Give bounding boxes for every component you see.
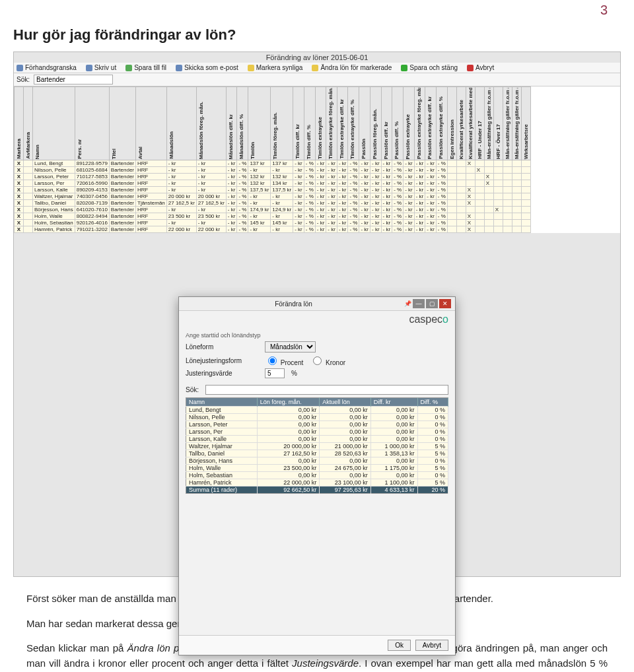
column-header[interactable]: Kvalificerat yrkesarbete	[458, 100, 464, 159]
column-header[interactable]: HRF - Under 17	[477, 121, 483, 159]
column-header[interactable]: Kvalificerat yrkesarbete med minst 6 års…	[468, 88, 474, 159]
column-header[interactable]: Mån-ersättning gäller fr.o.m anstallning…	[505, 88, 511, 159]
dialog-column-header[interactable]: Diff. %	[417, 398, 448, 407]
column-header[interactable]: Månadslön	[168, 131, 174, 159]
minimize-button[interactable]: —	[413, 299, 425, 308]
table-row[interactable]: XHamrén, Patrick791021-3202BartenderHRF2…	[15, 226, 531, 233]
dialog-row[interactable]: Larsson, Peter0,00 kr0,00 kr0,00 kr0 %	[186, 421, 448, 428]
dialog-search-label: Sök:	[186, 386, 199, 393]
column-header[interactable]: HRF - Över 17	[495, 124, 501, 159]
column-header[interactable]: Månadslön föreg. mån.	[198, 102, 204, 159]
close-button[interactable]: ✕	[439, 299, 451, 308]
jval-unit: %	[291, 370, 297, 377]
page-heading: Hur gör jag förändringar av lön?	[13, 26, 621, 44]
column-header[interactable]: Markera	[16, 139, 22, 159]
dialog-column-header[interactable]: Namn	[186, 398, 258, 407]
jval-label: Justeringsvärde	[186, 370, 258, 377]
column-header[interactable]: Titel	[111, 149, 117, 159]
column-header[interactable]: Namn	[34, 145, 40, 159]
column-header[interactable]: Passlön extrayrke diff. kr	[427, 96, 433, 159]
column-header[interactable]: Avtal	[137, 147, 143, 159]
dialog-row[interactable]: Lund, Bengt0,00 kr0,00 kr0,00 kr0 %	[186, 407, 448, 414]
column-header[interactable]: AvMarkera	[25, 132, 31, 159]
page-number: 3	[600, 3, 608, 18]
table-row[interactable]: XNilsson, Pelle681025-6884BartenderHRF- …	[15, 167, 531, 174]
column-header[interactable]: Passlön extrayrke föreg. mån.	[416, 88, 422, 159]
column-header[interactable]: Timlön extrayrke föreg. mån.	[328, 88, 334, 159]
table-row[interactable]: XLund, Bengt891228-9579BartenderHRF- kr-…	[15, 160, 531, 167]
dialog-row[interactable]: Holm, Walle23 500,00 kr24 675,00 kr1 175…	[186, 465, 448, 472]
toolbar-f-rhandsgranska[interactable]: Förhandsgranska	[17, 64, 77, 71]
dialog-row[interactable]: Waltzer, Hjalmar20 000,00 kr21 000,00 kr…	[186, 443, 448, 450]
dialog-grid: NamnLön föreg. mån.Aktuell lönDiff. krDi…	[186, 397, 448, 494]
dialog-sum-row: Summa (11 rader)92 662,50 kr97 295,63 kr…	[186, 487, 448, 494]
column-header[interactable]: Timlön föreg. mån.	[272, 112, 278, 159]
table-row[interactable]: XHolm, Sebastian920126-4016BartenderHRF-…	[15, 220, 531, 226]
table-row[interactable]: XHolm, Walle800822-9494BartenderHRF23 50…	[15, 213, 531, 220]
toolbar-skriv-ut[interactable]: Skriv ut	[86, 64, 116, 71]
column-header[interactable]: Timlön extrayrke	[317, 117, 323, 159]
column-header[interactable]: Mån-ersättning gäller fr.o.m anstallning…	[486, 88, 492, 159]
search-input[interactable]	[34, 75, 113, 84]
justeringsform-label: Lönejusteringsform	[186, 357, 258, 364]
toolbar-icon	[248, 65, 254, 71]
toolbar-spara-och-st-ng[interactable]: Spara och stäng	[401, 64, 458, 71]
cancel-button[interactable]: Avbryt	[415, 640, 448, 651]
dialog-title: Förändra lön	[183, 300, 404, 308]
main-grid: MarkeraAvMarkeraNamnPers. nrTitelAvtalMå…	[14, 86, 531, 233]
column-header[interactable]: Timlön diff. kr	[295, 124, 300, 159]
toolbar-icon	[312, 65, 318, 71]
column-header[interactable]: Wirksarbetsre	[523, 124, 529, 159]
column-header[interactable]: Passlön	[361, 139, 367, 159]
search-label: Sök:	[17, 76, 30, 83]
toolbar-avbryt[interactable]: Avbryt	[467, 64, 494, 71]
column-header[interactable]: Passlön föreg. mån.	[372, 109, 378, 159]
column-header[interactable]: Månadslön diff. kr	[228, 114, 234, 159]
dialog-row[interactable]: Nilsson, Pelle0,00 kr0,00 kr0,00 kr0 %	[186, 414, 448, 421]
table-row[interactable]: XBörjesson, Hans641020-7610BartenderHRF-…	[15, 207, 531, 213]
dialog-column-header[interactable]: Diff. kr	[370, 398, 417, 407]
radio-kronor[interactable]: Kronor	[310, 354, 345, 366]
dialog-row[interactable]: Larsson, Per0,00 kr0,00 kr0,00 kr0 %	[186, 428, 448, 436]
app-screenshot: Förändring av löner 2015-06-01 Förhandsg…	[13, 51, 621, 577]
toolbar-icon	[467, 65, 474, 71]
column-header[interactable]: Timlön diff. %	[306, 125, 312, 159]
dialog-row[interactable]: Tallbo, Daniel27 162,50 kr28 520,63 kr1 …	[186, 450, 448, 457]
table-row[interactable]: XWaltzer, Hjalmar740307-0456BartenderHRF…	[15, 193, 531, 200]
column-header[interactable]: Passlön diff. %	[394, 121, 400, 159]
table-row[interactable]: XTallbo, Daniel820208-7139BartenderTjäns…	[15, 200, 531, 207]
dialog-column-header[interactable]: Lön föreg. mån.	[257, 398, 320, 407]
dialog-row[interactable]: Hamrén, Patrick22 000,00 kr23 100,00 kr1…	[186, 479, 448, 487]
table-row[interactable]: XLarsson, Peter710127-5853BartenderHRF- …	[15, 174, 531, 180]
maximize-button[interactable]: ▢	[426, 299, 438, 308]
column-header[interactable]: Passlön extrayrke diff. %	[438, 96, 444, 159]
table-row[interactable]: XLarsson, Per720616-5990BartenderHRF- kr…	[15, 180, 531, 187]
column-header[interactable]: Egen intression	[449, 119, 455, 159]
column-header[interactable]: Passlön diff. kr	[383, 121, 389, 159]
toolbar-spara-till-fil[interactable]: Spara till fil	[125, 64, 166, 71]
toolbar-skicka-som-e-post[interactable]: Skicka som e-post	[176, 64, 238, 71]
dialog-subtitle: Ange starttid och lönändstyp	[186, 332, 448, 339]
column-header[interactable]: Timlön extrayrke diff. kr	[339, 99, 345, 159]
toolbar--ndra-l-n-f-r-markerade[interactable]: Ändra lön för markerade	[312, 64, 392, 71]
dialog-row[interactable]: Larsson, Kalle0,00 kr0,00 kr0,00 kr0 %	[186, 436, 448, 443]
toolbar-markera-synliga[interactable]: Markera synliga	[248, 64, 303, 71]
column-header[interactable]: Timlön	[250, 142, 256, 159]
main-grid-wrap: MarkeraAvMarkeraNamnPers. nrTitelAvtalMå…	[14, 86, 620, 233]
pin-icon[interactable]: 📌	[404, 300, 411, 307]
dialog-search-input[interactable]	[205, 385, 448, 395]
brand-logo: caspeco	[179, 311, 455, 328]
column-header[interactable]: Pers. nr	[77, 139, 83, 159]
dialog-row[interactable]: Börjesson, Hans0,00 kr0,00 kr0,00 kr0 %	[186, 457, 448, 465]
loneform-select[interactable]: Månadslön	[265, 341, 316, 353]
column-header[interactable]: Timlön extrayrke diff. %	[349, 100, 355, 159]
column-header[interactable]: Passlön extrayrke	[405, 114, 411, 160]
column-header[interactable]: Månadslön diff. %	[238, 114, 244, 159]
table-row[interactable]: XLarsson, Kalle890209-4153BartenderHRF- …	[15, 187, 531, 193]
dialog-row[interactable]: Holm, Sebastian0,00 kr0,00 kr0,00 kr0 %	[186, 472, 448, 479]
radio-procent[interactable]: Procent	[265, 354, 303, 366]
column-header[interactable]: Mån-ersättning gäller fr.o.m anstallning…	[514, 88, 520, 159]
jval-input[interactable]	[265, 368, 285, 378]
ok-button[interactable]: Ok	[388, 640, 411, 651]
dialog-column-header[interactable]: Aktuell lön	[320, 398, 370, 407]
